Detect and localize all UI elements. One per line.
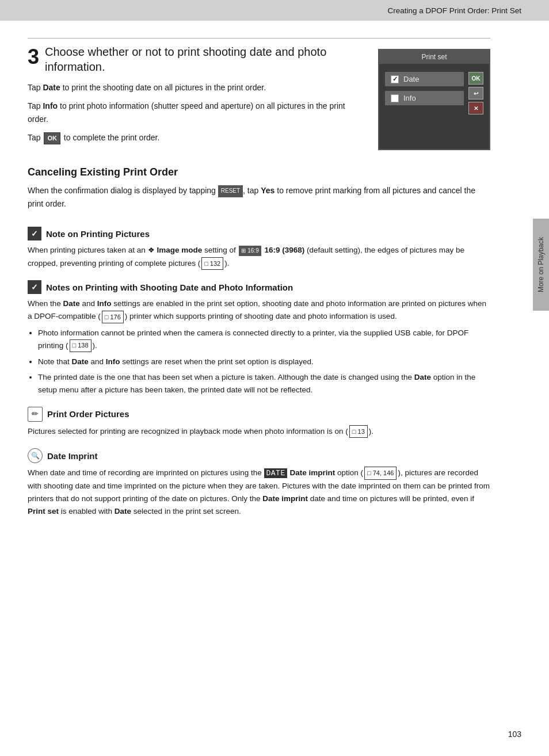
print-set-buttons: OK ↩ ✕: [468, 72, 483, 114]
step-3-section: 3 Choose whether or not to print shootin…: [28, 38, 490, 150]
step-para-1: Tap Date to print the shooting date on a…: [28, 81, 364, 94]
note4-title: Date Imprint: [47, 451, 98, 461]
image-mode-icon: ⊞ 16:9: [239, 246, 261, 257]
date-imprint-icon: DATE: [264, 468, 287, 478]
step-number: 3: [28, 47, 39, 67]
step-para-2: Tap Info to print photo information (shu…: [28, 100, 364, 125]
note2-title: Notes on Printing with Shooting Date and…: [46, 282, 293, 292]
bullet-2: Note that Date and Info settings are res…: [38, 356, 490, 368]
ref-138: □ 138: [70, 339, 92, 352]
note-shooting-date: ✓ Notes on Printing with Shooting Date a…: [28, 280, 490, 396]
canceling-heading: Canceling Existing Print Order: [28, 166, 490, 178]
reset-icon: RESET: [218, 185, 243, 197]
note3-body: Pictures selected for printing are recog…: [28, 425, 490, 438]
note1-header: ✓ Note on Printing Pictures: [28, 227, 490, 240]
ref-132: □ 132: [201, 257, 223, 270]
side-tab-label: More on Playback: [537, 237, 545, 292]
print-set-rows: Date Info: [385, 72, 464, 114]
step-heading: 3 Choose whether or not to print shootin…: [28, 44, 364, 74]
step-para-3: Tap OK to complete the print order.: [28, 131, 364, 144]
note2-body: When the Date and Info settings are enab…: [28, 297, 490, 323]
bullet-1: Photo information cannot be printed when…: [38, 327, 490, 352]
note2-header: ✓ Notes on Printing with Shooting Date a…: [28, 280, 490, 294]
print-set-row-date: Date: [385, 72, 464, 86]
step-heading-text: Choose whether or not to print shooting …: [45, 45, 326, 73]
ref-13: □ 13: [349, 425, 368, 438]
note4-body: When date and time of recording are impr…: [28, 467, 490, 518]
date-label: Date: [403, 75, 419, 83]
top-bar: Creating a DPOF Print Order: Print Set: [0, 0, 549, 21]
ps-cancel-btn: ✕: [468, 102, 483, 114]
info-label: Info: [403, 94, 416, 102]
header-title: Creating a DPOF Print Order: Print Set: [387, 6, 521, 15]
ok-icon-inline: OK: [44, 132, 60, 145]
main-content: 3 Choose whether or not to print shootin…: [0, 21, 518, 556]
date-icon: 🔍: [28, 448, 43, 463]
note2-bullets: Photo information cannot be printed when…: [38, 327, 490, 396]
canceling-body: When the confirmation dialog is displaye…: [28, 184, 490, 211]
ps-back-btn: ↩: [468, 87, 483, 100]
note3-title: Print Order Pictures: [47, 409, 129, 419]
page-number: 103: [508, 730, 521, 739]
print-set-row-info: Info: [385, 91, 464, 105]
note1-checkmark-icon: ✓: [28, 227, 41, 240]
note2-checkmark-icon: ✓: [28, 280, 41, 294]
canceling-section: Canceling Existing Print Order When the …: [28, 166, 490, 211]
note1-body: When printing pictures taken at an ❖ Ima…: [28, 244, 490, 270]
step-left: 3 Choose whether or not to print shootin…: [28, 44, 364, 150]
print-set-title: Print set: [379, 50, 489, 64]
note4-header: 🔍 Date Imprint: [28, 448, 490, 463]
image-mode-arrow-icon: ❖: [148, 246, 155, 254]
pencil-icon: ✏: [28, 407, 43, 422]
note-date-imprint: 🔍 Date Imprint When date and time of rec…: [28, 448, 490, 518]
step-body: Tap Date to print the shooting date on a…: [28, 81, 364, 144]
info-checkbox: [391, 94, 399, 102]
note3-header: ✏ Print Order Pictures: [28, 407, 490, 422]
side-tab: More on Playback: [533, 219, 549, 311]
print-set-ui: Print set Date Info OK ↩ ✕: [378, 49, 490, 150]
print-set-body: Date Info OK ↩ ✕: [379, 64, 489, 123]
ref-176: □ 176: [102, 311, 124, 323]
note-printing-pictures: ✓ Note on Printing Pictures When printin…: [28, 227, 490, 270]
bullet-3: The printed date is the one that has bee…: [38, 371, 490, 396]
note-print-order: ✏ Print Order Pictures Pictures selected…: [28, 407, 490, 438]
date-checkbox: [391, 75, 399, 83]
ref-74-146: □ 74, 146: [364, 467, 396, 479]
ps-ok-btn: OK: [468, 72, 483, 85]
note1-title: Note on Printing Pictures: [46, 229, 150, 239]
